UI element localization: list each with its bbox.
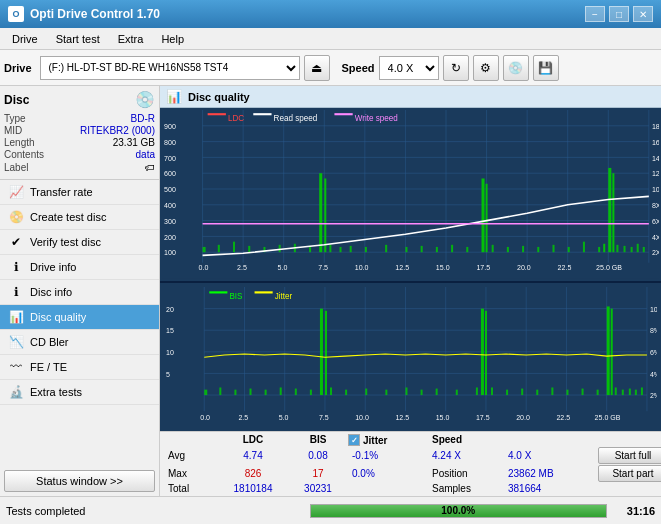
nav-fe-te[interactable]: 〰 FE / TE <box>0 355 159 380</box>
svg-text:300: 300 <box>164 217 176 226</box>
sh-empty2 <box>508 434 598 446</box>
svg-rect-93 <box>637 244 639 252</box>
settings-button[interactable]: ⚙ <box>473 55 499 81</box>
svg-text:5.0: 5.0 <box>279 412 289 421</box>
svg-text:100: 100 <box>164 248 176 257</box>
nav-drive-info[interactable]: ℹ Drive info <box>0 255 159 280</box>
svg-text:4X: 4X <box>652 232 659 241</box>
svg-rect-73 <box>421 246 423 252</box>
disc-icon: 💿 <box>135 90 155 109</box>
jitter-checkbox[interactable]: ✓ <box>348 434 360 446</box>
menu-start-test[interactable]: Start test <box>48 31 108 47</box>
nav-transfer-rate[interactable]: 📈 Transfer rate <box>0 180 159 205</box>
chart2-area: BIS Jitter 20 15 10 5 10% 8% 6% 4% 2% 0.… <box>160 283 661 431</box>
svg-rect-92 <box>631 247 633 252</box>
verify-test-disc-icon: ✔ <box>8 235 24 249</box>
position-label: Position <box>428 468 508 479</box>
refresh-button[interactable]: ↻ <box>443 55 469 81</box>
svg-rect-142 <box>280 387 282 395</box>
svg-rect-164 <box>582 388 584 394</box>
disc-mid-label: MID <box>4 125 22 136</box>
svg-rect-77 <box>482 178 485 252</box>
minimize-button[interactable]: − <box>585 6 605 22</box>
avg-ldc: 4.74 <box>218 450 288 461</box>
menu-help[interactable]: Help <box>153 31 192 47</box>
nav-create-test-disc[interactable]: 📀 Create test disc <box>0 205 159 230</box>
nav-disc-info-label: Disc info <box>30 286 72 298</box>
fe-te-icon: 〰 <box>8 360 24 374</box>
svg-rect-162 <box>551 387 553 395</box>
svg-rect-79 <box>492 245 494 252</box>
svg-rect-58 <box>218 245 220 252</box>
disc-title: Disc <box>4 93 29 107</box>
nav-disc-quality-label: Disc quality <box>30 311 86 323</box>
menu-drive[interactable]: Drive <box>4 31 46 47</box>
charts-container: LDC Read speed Write speed 900 800 700 6… <box>160 108 661 431</box>
svg-text:25.0 GB: 25.0 GB <box>595 412 621 421</box>
svg-text:LDC: LDC <box>228 113 244 122</box>
svg-text:12X: 12X <box>652 169 659 178</box>
nav-extra-tests-label: Extra tests <box>30 386 82 398</box>
svg-text:14X: 14X <box>652 153 659 162</box>
svg-rect-60 <box>248 246 250 252</box>
start-part-button[interactable]: Start part <box>598 465 661 482</box>
chart1-svg: LDC Read speed Write speed 900 800 700 6… <box>162 110 659 279</box>
svg-rect-141 <box>265 389 267 394</box>
svg-text:10.0: 10.0 <box>355 263 369 272</box>
nav-disc-info[interactable]: ℹ Disc info <box>0 280 159 305</box>
avg-jitter: -0.1% <box>348 450 428 461</box>
nav-disc-quality[interactable]: 📊 Disc quality <box>0 305 159 330</box>
svg-rect-150 <box>385 389 387 394</box>
svg-text:18X: 18X <box>652 122 659 131</box>
nav-create-test-disc-label: Create test disc <box>30 211 106 223</box>
title-buttons: − □ ✕ <box>585 6 653 22</box>
app-icon: O <box>8 6 24 22</box>
svg-text:8X: 8X <box>652 201 659 210</box>
start-full-button[interactable]: Start full <box>598 447 661 464</box>
cd-bler-icon: 📉 <box>8 335 24 349</box>
nav-cd-bler[interactable]: 📉 CD Bler <box>0 330 159 355</box>
sh-bis: BIS <box>288 434 348 446</box>
eject-button[interactable]: ⏏ <box>304 55 330 81</box>
svg-rect-145 <box>320 308 323 394</box>
speed-select[interactable]: 4.0 X <box>379 56 439 80</box>
svg-rect-168 <box>615 387 617 395</box>
close-button[interactable]: ✕ <box>633 6 653 22</box>
svg-text:10%: 10% <box>650 304 657 313</box>
svg-rect-69 <box>350 246 352 252</box>
drive-select[interactable]: (F:) HL-DT-ST BD-RE WH16NS58 TST4 <box>40 56 300 80</box>
disc-quality-header: 📊 Disc quality <box>160 86 661 108</box>
svg-text:25.0 GB: 25.0 GB <box>596 263 622 272</box>
maximize-button[interactable]: □ <box>609 6 629 22</box>
svg-rect-155 <box>476 387 478 395</box>
svg-text:2%: 2% <box>650 391 657 400</box>
disc-button[interactable]: 💿 <box>503 55 529 81</box>
svg-rect-160 <box>521 388 523 394</box>
drive-label: Drive <box>4 62 32 74</box>
svg-text:6X: 6X <box>652 217 659 226</box>
svg-text:500: 500 <box>164 185 176 194</box>
svg-text:16X: 16X <box>652 138 659 147</box>
menu-extra[interactable]: Extra <box>110 31 152 47</box>
status-window-button[interactable]: Status window >> <box>4 470 155 492</box>
svg-rect-66 <box>324 178 326 252</box>
svg-rect-78 <box>486 184 488 252</box>
samples-value: 381664 <box>508 483 598 494</box>
svg-rect-84 <box>568 247 570 252</box>
speed-value: 4.24 X <box>428 450 508 461</box>
svg-text:17.5: 17.5 <box>476 412 490 421</box>
disc-length-row: Length 23.31 GB <box>4 137 155 148</box>
svg-text:8%: 8% <box>650 326 657 335</box>
stats-total-row: Total 1810184 30231 Samples 381664 <box>164 483 657 494</box>
sh-jitter: Jitter <box>363 435 387 446</box>
save-button[interactable]: 💾 <box>533 55 559 81</box>
nav-verify-test-disc[interactable]: ✔ Verify test disc <box>0 230 159 255</box>
svg-text:10: 10 <box>166 347 174 356</box>
svg-rect-75 <box>451 245 453 252</box>
svg-text:6%: 6% <box>650 347 657 356</box>
max-ldc: 826 <box>218 468 288 479</box>
svg-text:12.5: 12.5 <box>395 412 409 421</box>
total-bis: 30231 <box>288 483 348 494</box>
nav-extra-tests[interactable]: 🔬 Extra tests <box>0 380 159 405</box>
svg-rect-94 <box>643 247 645 252</box>
